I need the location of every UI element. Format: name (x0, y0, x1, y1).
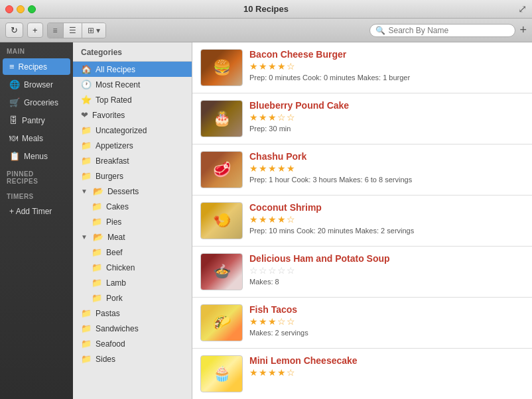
meat-folder-icon: 📂 (93, 232, 103, 242)
pies-folder-icon: 📁 (92, 217, 102, 227)
recipe-info: Coconut Shrimp★★★★☆Prep: 10 mins Cook: 2… (249, 202, 524, 235)
cat-desserts-label: Desserts (107, 187, 139, 196)
recipe-thumb-icon: 🍲 (213, 263, 231, 280)
cat-all-recipes[interactable]: 🏠 All Recipes (73, 62, 192, 77)
sidebar-item-meals[interactable]: 🍽 Meals (3, 130, 70, 146)
cat-breakfast-label: Breakfast (96, 156, 129, 166)
recipe-title: Fish Tacos (249, 304, 524, 315)
grid-view-button[interactable]: ⊞ ▾ (82, 23, 105, 38)
cat-meat-label: Meat (107, 233, 125, 242)
detail-view-button[interactable]: ☰ (64, 23, 82, 38)
cat-pies[interactable]: 📁 Pies (73, 214, 192, 229)
recipe-thumb-icon: 🍔 (213, 59, 231, 76)
sidebar-item-recipes[interactable]: ≡ Recipes (3, 58, 70, 75)
sidebar-meals-label: Meals (22, 134, 43, 143)
cat-seafood[interactable]: 📁 Seafood (73, 336, 192, 351)
menus-icon: 📋 (9, 151, 20, 161)
recipe-meta: Prep: 1 hour Cook: 3 hours Makes: 6 to 8… (249, 176, 524, 184)
cat-pork[interactable]: 📁 Pork (73, 290, 192, 306)
sidebar-recipes-label: Recipes (19, 62, 47, 72)
burgers-folder-icon: 📁 (81, 171, 92, 181)
cat-beef[interactable]: 📁 Beef (73, 245, 192, 260)
cat-lamb[interactable]: 📁 Lamb (73, 275, 192, 290)
lamb-folder-icon: 📁 (92, 278, 102, 288)
recipe-thumb-1: 🎂 (200, 100, 243, 137)
cat-favorites[interactable]: ❤ Favorites (73, 107, 192, 123)
recipe-thumb-3: 🍤 (200, 202, 243, 239)
sidebar-item-groceries[interactable]: 🛒 Groceries (3, 94, 70, 111)
cat-chicken[interactable]: 📁 Chicken (73, 260, 192, 275)
cat-chicken-label: Chicken (106, 263, 135, 272)
close-button[interactable] (5, 5, 13, 13)
cat-sides-label: Sides (96, 355, 115, 364)
cat-meat[interactable]: ▼ 📂 Meat (73, 229, 192, 245)
refresh-button[interactable]: ↻ (5, 23, 23, 38)
all-recipes-icon: 🏠 (81, 64, 92, 74)
top-rated-icon: ⭐ (81, 95, 92, 105)
pantry-icon: 🗄 (9, 115, 18, 125)
recipe-thumb-icon: 🍤 (213, 212, 231, 229)
recipe-title: Chashu Pork (249, 151, 524, 162)
sidebar-item-menus[interactable]: 📋 Menus (3, 148, 70, 164)
title-bar: 10 Recipes ⤢ (0, 0, 532, 19)
recipe-item[interactable]: 🧁Mini Lemon Cheesecake★★★★☆ (192, 349, 532, 399)
recipe-info: Fish Tacos★★★☆☆Makes: 2 servings (249, 304, 524, 337)
categories-header: Categories (73, 42, 192, 62)
sidebar-groceries-label: Groceries (24, 98, 58, 107)
groceries-icon: 🛒 (9, 97, 20, 107)
add-right-button[interactable]: + (519, 23, 527, 37)
sidebar-item-browser[interactable]: 🌐 Browser (3, 76, 70, 93)
recipe-item[interactable]: 🍤Coconut Shrimp★★★★☆Prep: 10 mins Cook: … (192, 196, 532, 247)
recipe-meta: Prep: 10 mins Cook: 20 minutes Makes: 2 … (249, 227, 524, 235)
search-input[interactable] (388, 26, 507, 35)
cat-sides[interactable]: 📁 Sides (73, 351, 192, 367)
cat-breakfast[interactable]: 📁 Breakfast (73, 153, 192, 168)
add-timer-button[interactable]: + Add Timer (3, 203, 70, 219)
cat-appetizers[interactable]: 📁 Appetizers (73, 138, 192, 153)
beef-folder-icon: 📁 (92, 247, 102, 257)
cat-sandwiches[interactable]: 📁 Sandwiches (73, 321, 192, 336)
recipe-meta: Makes: 8 (249, 278, 524, 286)
recipe-meta: Makes: 2 servings (249, 329, 524, 337)
browser-icon: 🌐 (9, 80, 20, 89)
recipe-stars: ☆☆☆☆☆ (249, 265, 524, 276)
cat-appetizers-label: Appetizers (96, 141, 133, 150)
window-expand[interactable]: ⤢ (518, 3, 527, 15)
cat-top-rated[interactable]: ⭐ Top Rated (73, 92, 192, 107)
maximize-button[interactable] (28, 5, 36, 13)
cat-burgers[interactable]: 📁 Burgers (73, 168, 192, 184)
cat-pork-label: Pork (106, 294, 123, 303)
desserts-folder-icon: 📂 (93, 186, 103, 196)
recipe-thumb-6: 🧁 (200, 355, 243, 392)
recipe-item[interactable]: 🍲Delicious Ham and Potato Soup☆☆☆☆☆Makes… (192, 247, 532, 298)
recipes-icon: ≡ (9, 62, 15, 72)
cat-most-recent[interactable]: 🕐 Most Recent (73, 77, 192, 92)
sandwiches-folder-icon: 📁 (81, 323, 92, 333)
recipe-item[interactable]: 🌮Fish Tacos★★★☆☆Makes: 2 servings (192, 298, 532, 349)
search-icon: 🔍 (375, 26, 385, 35)
cakes-folder-icon: 📁 (92, 201, 102, 211)
cat-burgers-label: Burgers (96, 172, 123, 181)
meals-icon: 🍽 (9, 133, 18, 143)
add-recipe-button[interactable]: + (27, 23, 43, 38)
recipe-item[interactable]: 🍔Bacon Cheese Burger★★★★☆Prep: 0 minutes… (192, 42, 532, 93)
recipe-item[interactable]: 🥩Chashu Pork★★★★★Prep: 1 hour Cook: 3 ho… (192, 144, 532, 196)
cat-cakes[interactable]: 📁 Cakes (73, 199, 192, 214)
recipe-meta: Prep: 0 minutes Cook: 0 minutes Makes: 1… (249, 74, 524, 82)
list-view-button[interactable]: ≡ (48, 23, 64, 38)
minimize-button[interactable] (17, 5, 25, 13)
recipe-stars: ★★★★☆ (249, 367, 524, 378)
pinned-section-label: PINNED RECIPES (0, 165, 73, 188)
cat-seafood-label: Seafood (96, 339, 125, 349)
main-area: MAIN ≡ Recipes 🌐 Browser 🛒 Groceries 🗄 P… (0, 42, 532, 399)
cat-uncategorized[interactable]: 📁 Uncategorized (73, 123, 192, 138)
cat-desserts[interactable]: ▼ 📂 Desserts (73, 184, 192, 199)
sidebar-item-pantry[interactable]: 🗄 Pantry (3, 112, 70, 129)
cat-pastas[interactable]: 📁 Pastas (73, 306, 192, 321)
cat-sandwiches-label: Sandwiches (96, 324, 139, 333)
traffic-lights (5, 5, 36, 13)
main-section-label: MAIN (0, 42, 73, 58)
recipe-item[interactable]: 🎂Blueberry Pound Cake★★★☆☆Prep: 30 min (192, 93, 532, 144)
sidebar-pantry-label: Pantry (22, 116, 45, 125)
search-box: 🔍 (369, 24, 515, 37)
